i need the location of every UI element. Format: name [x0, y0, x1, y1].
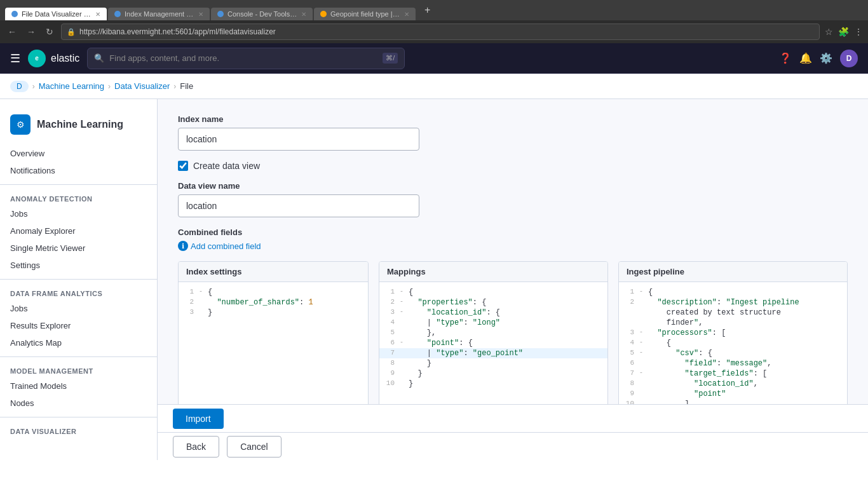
help-icon[interactable]: ❓	[779, 52, 792, 64]
forward-nav-button[interactable]: →	[24, 24, 38, 39]
breadcrumb-bar: D › Machine Learning › Data Visualizer ›…	[0, 74, 868, 99]
extensions-icon[interactable]: 🧩	[838, 27, 849, 37]
user-avatar[interactable]: D	[840, 50, 858, 67]
code-line: 2 "number_of_shards": 1	[179, 297, 368, 308]
sidebar-section-data-frame: Data Frame Analytics	[0, 285, 157, 300]
code-line: 3 }	[179, 308, 368, 318]
sidebar-item-anomaly-explorer[interactable]: Anomaly Explorer	[0, 222, 157, 240]
address-bar[interactable]: 🔒 https://kibana.evermight.net:5601/app/…	[61, 24, 820, 40]
create-data-view-row: Create data view	[178, 161, 848, 171]
notifications-icon[interactable]: 🔔	[799, 52, 812, 64]
sidebar-divider-4	[0, 417, 157, 417]
code-line: 6 "field": "message",	[619, 358, 847, 369]
sidebar-divider-1	[0, 184, 157, 185]
main-content: Index name Create data view Data view na…	[158, 99, 868, 404]
devtools-icon[interactable]: ⚙️	[820, 52, 832, 64]
sidebar-item-settings[interactable]: Settings	[0, 257, 157, 274]
breadcrumb-sep-2: ›	[108, 82, 111, 91]
elastic-icon: e	[28, 50, 46, 67]
ingest-pipeline-panel: Ingest pipeline 1 - { 2 "description": "…	[618, 261, 848, 404]
code-line: 3 - "processors": [	[619, 328, 847, 338]
index-settings-header: Index settings	[179, 262, 368, 282]
url-text: https://kibana.evermight.net:5601/app/ml…	[79, 27, 814, 36]
index-name-group: Index name	[178, 114, 848, 151]
index-settings-body: 1 - { 2 "number_of_shards": 1 3	[179, 282, 368, 323]
kibana-header: ☰ e elastic 🔍 Find apps, content, and mo…	[0, 43, 868, 74]
sidebar-item-overview[interactable]: Overview	[0, 145, 157, 162]
mappings-body: 1 - { 2 - "properties": { 3 -	[379, 282, 607, 394]
create-data-view-checkbox[interactable]	[178, 161, 188, 171]
sidebar-item-analytics-map[interactable]: Analytics Map	[0, 334, 157, 351]
sidebar-item-notifications[interactable]: Notifications	[0, 162, 157, 179]
code-line: 2 "description": "Ingest pipeline	[619, 297, 847, 308]
add-combined-field-link[interactable]: ℹ Add combined field	[178, 241, 848, 251]
code-line: 5 - "csv": {	[619, 348, 847, 358]
code-panels-row: Index settings 1 - { 2 "number_of_shards…	[178, 261, 848, 404]
breadcrumb-data-visualizer[interactable]: Data Visualizer	[114, 81, 170, 91]
sidebar-item-dfa-jobs[interactable]: Jobs	[0, 300, 157, 317]
sidebar-item-jobs[interactable]: Jobs	[0, 205, 157, 222]
code-line: finder",	[619, 318, 847, 328]
data-view-name-input[interactable]	[178, 194, 419, 217]
add-icon: ℹ	[178, 241, 188, 251]
bookmark-icon[interactable]: ☆	[825, 27, 833, 37]
browser-tab-tab4[interactable]: Geopoint field type | Elasticsea... ✕	[314, 8, 416, 20]
browser-tab-tab3[interactable]: Console - Dev Tools - Elastic ✕	[211, 8, 313, 20]
elastic-logo-text: elastic	[51, 53, 79, 64]
code-line: 10 ],	[619, 399, 847, 404]
search-icon: 🔍	[94, 53, 104, 63]
lock-icon: 🔒	[67, 28, 76, 36]
code-line: 1 - {	[379, 287, 607, 297]
code-line: 6 - "point": {	[379, 338, 607, 348]
sidebar-title: Machine Learning	[37, 119, 123, 130]
index-settings-panel: Index settings 1 - { 2 "number_of_shards…	[178, 261, 369, 404]
code-line: 10 }	[379, 379, 607, 389]
sidebar-item-results-explorer[interactable]: Results Explorer	[0, 317, 157, 334]
code-line: 5 },	[379, 328, 607, 338]
browser-tab-tab2[interactable]: Index Management - Elastic ✕	[108, 8, 210, 20]
breadcrumb-sep-1: ›	[32, 82, 35, 91]
breadcrumb-sep-3: ›	[173, 82, 176, 91]
menu-icon[interactable]: ⋮	[854, 27, 863, 37]
code-line: 9 "point"	[619, 389, 847, 399]
code-line: 9 }	[379, 369, 607, 379]
kibana-search-bar[interactable]: 🔍 Find apps, content, and more. ⌘/	[87, 48, 405, 69]
sidebar-item-single-metric-viewer[interactable]: Single Metric Viewer	[0, 240, 157, 257]
create-data-view-label[interactable]: Create data view	[193, 161, 260, 171]
back-button[interactable]: Back	[173, 436, 219, 458]
import-button[interactable]: Import	[173, 409, 224, 429]
main-layout: ⚙ Machine Learning Overview Notification…	[0, 99, 868, 460]
sidebar-item-nodes[interactable]: Nodes	[0, 395, 157, 412]
search-placeholder: Find apps, content, and more.	[109, 53, 219, 63]
back-nav-button[interactable]: ←	[5, 24, 19, 39]
code-line: 3 - "location_id": {	[379, 308, 607, 318]
mappings-panel: Mappings 1 - { 2 - "properties": {	[379, 261, 608, 404]
code-line: 2 - "properties": {	[379, 297, 607, 308]
hamburger-button[interactable]: ☰	[10, 51, 20, 65]
new-tab-button[interactable]: +	[421, 4, 434, 16]
reload-button[interactable]: ↻	[43, 24, 56, 39]
ingest-pipeline-body: 1 - { 2 "description": "Ingest pipeline	[619, 282, 847, 404]
add-combined-field-text: Add combined field	[191, 241, 261, 251]
breadcrumb-app-badge[interactable]: D	[10, 81, 29, 92]
cancel-button[interactable]: Cancel	[227, 436, 281, 458]
sidebar-divider-2	[0, 279, 157, 280]
code-line-highlighted: 7 | "type": "geo_point"	[379, 348, 607, 358]
machine-learning-icon: ⚙	[10, 114, 31, 135]
index-name-label: Index name	[178, 114, 848, 124]
header-right: ❓ 🔔 ⚙️ D	[779, 50, 858, 67]
sidebar-section-anomaly-detection: Anomaly Detection	[0, 190, 157, 205]
action-bar: Back Cancel	[158, 432, 868, 460]
index-name-input[interactable]	[178, 128, 419, 151]
sidebar-section-data-visualizer: Data Visualizer	[0, 423, 157, 438]
sidebar-item-trained-models[interactable]: Trained Models	[0, 377, 157, 395]
search-shortcut: ⌘/	[383, 53, 398, 64]
browser-tabs: File Data Visualizer - Machine... ✕ Inde…	[5, 0, 416, 20]
data-view-name-group: Data view name	[178, 181, 848, 217]
browser-tab-tab1[interactable]: File Data Visualizer - Machine... ✕	[5, 8, 107, 20]
breadcrumb-machine-learning[interactable]: Machine Learning	[39, 81, 104, 91]
code-line: 8 }	[379, 358, 607, 369]
code-line: 1 - {	[619, 287, 847, 297]
bottom-bar: Import	[158, 404, 868, 432]
data-view-name-label: Data view name	[178, 181, 848, 191]
